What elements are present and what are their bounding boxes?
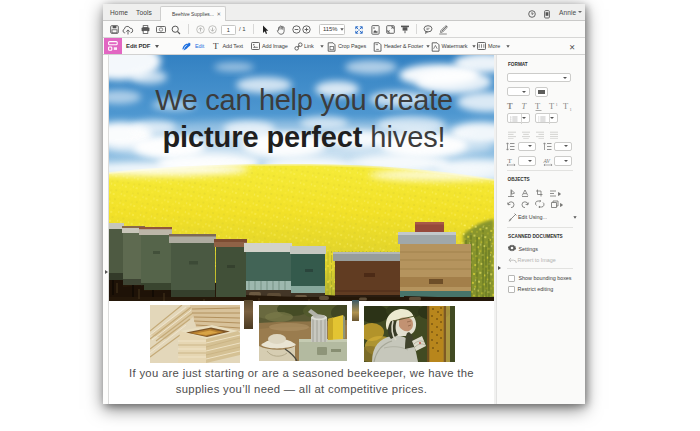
svg-text:T: T: [507, 101, 513, 111]
svg-text:1: 1: [570, 107, 572, 111]
svg-text:We can help you create: We can help you create: [155, 84, 453, 116]
svg-text:picture perfect hives!: picture perfect hives!: [162, 121, 445, 153]
svg-text:T: T: [535, 101, 541, 111]
svg-text:1: 1: [556, 101, 558, 106]
svg-text:T: T: [549, 101, 555, 111]
svg-text:T: T: [522, 101, 528, 111]
svg-text:AV: AV: [543, 157, 551, 163]
svg-text:T: T: [507, 157, 512, 165]
svg-text:T: T: [563, 101, 569, 111]
